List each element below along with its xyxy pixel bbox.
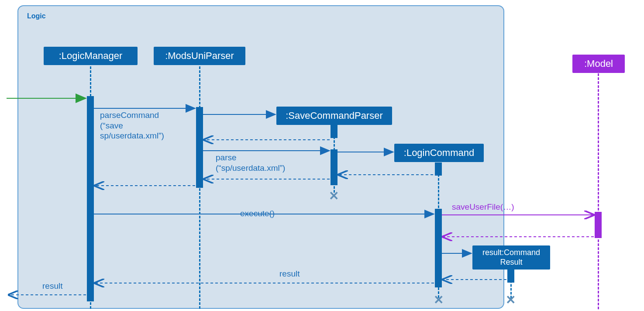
arrows-layer [0, 0, 644, 311]
